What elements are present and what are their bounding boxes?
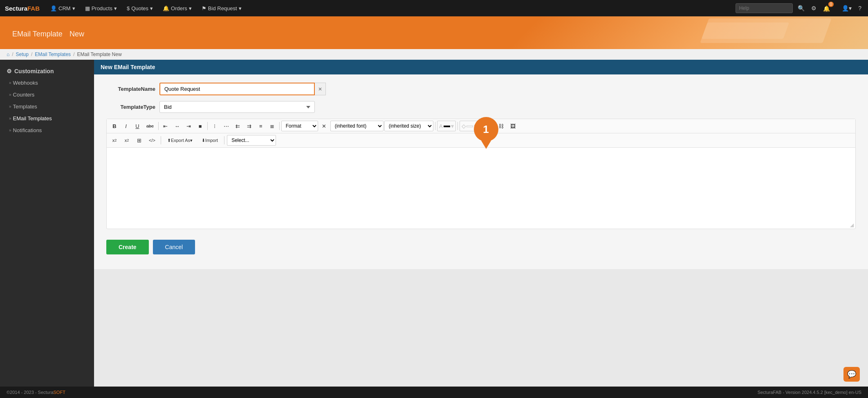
panel-body: TemplateName ✕ TemplateType Bid Quote Or… [94, 74, 868, 269]
editor-resize-handle[interactable]: ◢ [107, 221, 855, 229]
sidebar-item-templates[interactable]: » Templates [0, 101, 94, 112]
toolbar-sep-6 [480, 122, 481, 130]
template-type-row: TemplateType Bid Quote Order Invoice [106, 101, 856, 113]
header-banner: EMail Template New [0, 16, 868, 49]
banner-decoration [664, 16, 868, 49]
template-name-row: TemplateName ✕ [106, 83, 856, 95]
nav-right-section: 🔍 ⚙ 🔔0 👤▾ ? [736, 3, 863, 13]
sidebar-heading: ⚙ Customization [0, 64, 94, 77]
user-menu-icon[interactable]: 👤▾ [840, 3, 853, 13]
cancel-button[interactable]: Cancel [153, 240, 195, 254]
nav-crm[interactable]: 👤 CRM ▾ [46, 3, 79, 14]
unordered-list-button[interactable]: ⁝ [209, 121, 220, 131]
image-button[interactable]: 🖼 [507, 121, 518, 131]
notifications-icon[interactable]: 🔔0 [821, 3, 837, 13]
format-select[interactable]: Format [281, 121, 318, 131]
export-as-button[interactable]: ⬆ Export As ▾ [164, 135, 196, 146]
search-icon[interactable]: 🔍 [796, 3, 806, 13]
sidebar-item-counters[interactable]: » Counters [0, 89, 94, 101]
help-search-input[interactable] [736, 3, 793, 13]
toolbar-sep-4 [435, 122, 435, 130]
template-name-input-wrapper: ✕ [159, 83, 326, 95]
main-layout: ⚙ Customization » Webhooks » Counters » … [0, 60, 868, 387]
toolbar-sep-3 [279, 122, 280, 130]
text-color-button[interactable]: A ▾ [437, 121, 456, 131]
underline-button[interactable]: U [132, 121, 143, 131]
code-button[interactable]: </> [146, 135, 158, 146]
unlink-button[interactable]: ⛓ [496, 121, 507, 131]
footer-copyright: ©2014 - 2023 - SecturaSOFT [7, 390, 65, 395]
superscript-button[interactable]: x2 [121, 135, 132, 146]
crm-dropdown-icon: ▾ [72, 5, 75, 11]
arrow-icon: » [9, 81, 11, 85]
toolbar-sep-8 [224, 136, 224, 144]
action-buttons: Create Cancel [106, 233, 856, 261]
sidebar: ⚙ Customization » Webhooks » Counters » … [0, 60, 94, 387]
breadcrumb-home[interactable]: ⌂ [7, 52, 9, 57]
snippet-select[interactable]: Select... [227, 135, 276, 146]
template-type-label: TemplateType [106, 104, 155, 110]
sidebar-item-webhooks[interactable]: » Webhooks [0, 77, 94, 89]
nav-bid-request[interactable]: ⚑ Bid Request ▾ [197, 3, 246, 14]
breadcrumb-setup[interactable]: Setup [16, 52, 29, 57]
import-button[interactable]: ⬇ Import [198, 135, 222, 146]
orders-icon: 🔔 [163, 5, 169, 11]
toolbar-sep-5 [458, 122, 458, 130]
tb-extra1-button[interactable]: ≡ [256, 121, 266, 131]
editor-toolbar-row2: x2 x2 ⊞ </> ⬆ Export As ▾ ⬇ [107, 133, 855, 148]
strikethrough-button[interactable]: abc [144, 121, 157, 131]
arrow-icon: » [9, 92, 11, 97]
toolbar-sep-1 [158, 122, 159, 130]
template-name-input[interactable] [159, 83, 315, 95]
table-button[interactable]: ⊞ [134, 135, 144, 146]
link-button[interactable]: 🔗 [482, 121, 495, 131]
help-icon[interactable]: ? [857, 3, 863, 13]
align-justify-button[interactable]: ■ [195, 121, 206, 131]
clear-format-button[interactable]: ✕ [319, 121, 330, 131]
bg-color-button[interactable]: ◇ ▾ [460, 121, 479, 131]
bg-color-swatch [467, 126, 473, 127]
italic-button[interactable]: I [121, 121, 131, 131]
orders-dropdown-icon: ▾ [189, 5, 192, 11]
toolbar-sep-7 [161, 136, 161, 144]
indent-button[interactable]: ⇉ [244, 121, 255, 131]
products-icon: ▦ [85, 5, 90, 11]
export-icon: ⬆ [167, 138, 171, 143]
nav-products[interactable]: ▦ Products ▾ [81, 3, 121, 14]
page-title: EMail Template New [8, 27, 84, 39]
align-right-button[interactable]: ⇥ [184, 121, 194, 131]
nav-orders[interactable]: 🔔 Orders ▾ [159, 3, 196, 14]
editor-content-area[interactable] [107, 148, 855, 221]
top-navigation: SecturaFAB 👤 CRM ▾ ▦ Products ▾ $ Quotes… [0, 0, 868, 16]
panel-header: New EMail Template [94, 60, 868, 74]
ordered-list-button[interactable]: ⋯ [221, 121, 232, 131]
subscript-button[interactable]: x2 [109, 135, 120, 146]
quotes-icon: $ [127, 5, 130, 11]
sidebar-item-email-templates[interactable]: » EMail Templates [0, 112, 94, 124]
template-name-clear-button[interactable]: ✕ [315, 83, 326, 95]
settings-icon[interactable]: ⚙ [810, 3, 818, 13]
create-button[interactable]: Create [106, 240, 149, 254]
size-select[interactable]: (inherited size) [384, 121, 433, 131]
quotes-dropdown-icon: ▾ [150, 5, 153, 11]
products-dropdown-icon: ▾ [114, 5, 117, 11]
template-name-label: TemplateName [106, 86, 155, 92]
font-select[interactable]: (inherited font) [330, 121, 384, 131]
sidebar-item-notifications[interactable]: » Notifications [0, 124, 94, 136]
toolbar-sep-2 [207, 122, 208, 130]
align-left-button[interactable]: ⇤ [160, 121, 171, 131]
align-center-button[interactable]: ↔ [172, 121, 183, 131]
outdent-button[interactable]: ⇇ [233, 121, 243, 131]
bid-icon: ⚑ [202, 5, 206, 11]
chat-button[interactable]: 💬 [843, 367, 860, 382]
arrow-icon: » [9, 128, 11, 133]
breadcrumb-email-templates[interactable]: EMail Templates [35, 52, 71, 57]
template-type-select[interactable]: Bid Quote Order Invoice [159, 101, 315, 113]
nav-quotes[interactable]: $ Quotes ▾ [123, 3, 157, 14]
brand-logo[interactable]: SecturaFAB [5, 5, 40, 12]
bold-button[interactable]: B [109, 121, 120, 131]
text-color-swatch [444, 126, 450, 127]
editor-toolbar-row1: B I U abc ⇤ ↔ ⇥ ■ ⁝ ⋯ ⇇ [107, 119, 855, 133]
tb-extra2-button[interactable]: ≣ [267, 121, 278, 131]
form-panel: New EMail Template TemplateName ✕ Templa… [94, 60, 868, 269]
